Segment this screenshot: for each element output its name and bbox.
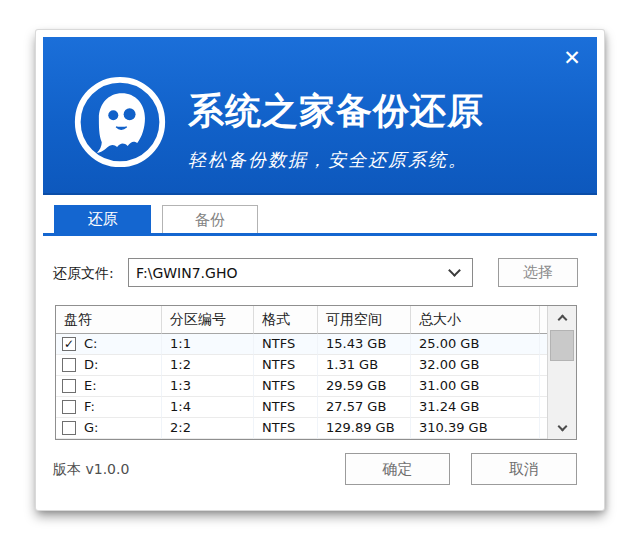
table-cell-free[interactable]: 1.31 GB (318, 355, 411, 376)
table-cell-format[interactable]: NTFS (254, 418, 318, 439)
chevron-down-icon (557, 422, 567, 432)
checkbox-drive-d[interactable] (62, 358, 76, 372)
drive-label: F: (84, 397, 95, 417)
table-row-drive-cell[interactable]: F: (56, 397, 162, 418)
restore-file-value[interactable]: F:\GWIN7.GHO (129, 265, 450, 281)
column-header-total-size[interactable]: 总大小 (411, 306, 540, 334)
table-cell-partition[interactable]: 1:4 (162, 397, 254, 418)
app-window: ✕ 系统之家备份还原 轻松备份数据，安全还原系统。 还原 备份 还原文件: (36, 30, 604, 510)
chevron-down-icon[interactable] (448, 264, 461, 277)
column-header-drive[interactable]: 盘符 (56, 306, 162, 334)
chevron-up-icon (557, 314, 567, 324)
table-cell-partition[interactable]: 1:2 (162, 355, 254, 376)
table-row-drive-cell[interactable]: D: (56, 355, 162, 376)
tab-backup[interactable]: 备份 (162, 205, 258, 233)
checkbox-drive-e[interactable] (62, 379, 76, 393)
tab-strip: 还原 备份 (43, 205, 597, 236)
table-cell-format[interactable]: NTFS (254, 397, 318, 418)
table-row-drive-cell[interactable]: ✓ C: (56, 334, 162, 355)
scroll-down-button[interactable] (548, 417, 576, 439)
scrollbar-thumb[interactable] (550, 330, 574, 361)
table-cell-format[interactable]: NTFS (254, 334, 318, 355)
tab-underline (43, 233, 597, 236)
column-header-format[interactable]: 格式 (254, 306, 318, 334)
app-subtitle: 轻松备份数据，安全还原系统。 (188, 148, 484, 172)
table-cell-free[interactable]: 15.43 GB (318, 334, 411, 355)
checkbox-drive-g[interactable] (62, 421, 76, 435)
close-button[interactable]: ✕ (557, 43, 587, 73)
table-cell-partition[interactable]: 1:3 (162, 376, 254, 397)
table-row-drive-cell[interactable]: G: (56, 418, 162, 439)
scroll-up-button[interactable] (548, 306, 576, 328)
table-cell-total[interactable]: 25.00 GB (411, 334, 540, 355)
restore-file-row: 还原文件: F:\GWIN7.GHO 选择 (43, 258, 597, 288)
ok-button[interactable]: 确定 (345, 453, 450, 485)
drive-label: G: (84, 418, 98, 438)
partition-table: 盘符 分区编号 格式 可用空间 总大小 ✓ C: 1:1 NTFS 15.43 … (55, 305, 577, 440)
drive-label: D: (84, 355, 98, 375)
table-cell-free[interactable]: 129.89 GB (318, 418, 411, 439)
table-cell-format[interactable]: NTFS (254, 376, 318, 397)
vertical-scrollbar[interactable] (547, 306, 576, 439)
ghost-logo-icon (72, 74, 168, 170)
column-header-partition[interactable]: 分区编号 (162, 306, 254, 334)
table-row-drive-cell[interactable]: E: (56, 376, 162, 397)
table-cell-partition[interactable]: 1:1 (162, 334, 254, 355)
checkbox-drive-c[interactable]: ✓ (62, 337, 76, 351)
table-cell-total[interactable]: 32.00 GB (411, 355, 540, 376)
table-cell-partition[interactable]: 2:2 (162, 418, 254, 439)
drive-label: C: (84, 334, 97, 354)
table-cell-free[interactable]: 27.57 GB (318, 397, 411, 418)
tab-restore[interactable]: 还原 (54, 205, 151, 233)
column-header-free-space[interactable]: 可用空间 (318, 306, 411, 334)
table-cell-total[interactable]: 310.39 GB (411, 418, 540, 439)
table-cell-total[interactable]: 31.00 GB (411, 376, 540, 397)
table-cell-free[interactable]: 29.59 GB (318, 376, 411, 397)
app-title: 系统之家备份还原 (188, 87, 484, 136)
restore-file-label: 还原文件: (53, 258, 114, 288)
drive-label: E: (84, 376, 97, 396)
restore-file-combobox[interactable]: F:\GWIN7.GHO (128, 258, 473, 287)
table-cell-total[interactable]: 31.24 GB (411, 397, 540, 418)
cancel-button[interactable]: 取消 (471, 453, 577, 485)
checkbox-drive-f[interactable] (62, 400, 76, 414)
select-file-button[interactable]: 选择 (498, 258, 578, 287)
header-banner: ✕ 系统之家备份还原 轻松备份数据，安全还原系统。 (43, 37, 597, 195)
table-cell-format[interactable]: NTFS (254, 355, 318, 376)
version-label: 版本 v1.0.0 (53, 453, 129, 485)
